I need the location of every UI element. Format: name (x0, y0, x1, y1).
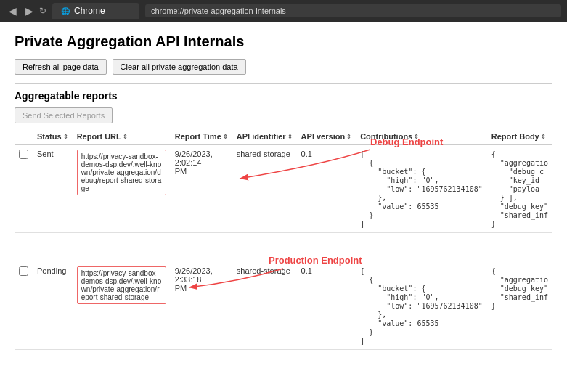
contributions-sort-icon[interactable]: ⇕ (414, 134, 419, 140)
col-report-url[interactable]: Report URL ⇕ (73, 129, 171, 144)
row1-report-body: { "aggregatio "debug_c "key_id "payloa }… (487, 144, 552, 233)
tab-title: Chrome (74, 6, 105, 16)
section-title: Aggregatable reports (15, 90, 552, 102)
row1-contributions: [ { "bucket": { "high": "0", "low": "169… (356, 144, 487, 233)
row2-status: Pending (33, 262, 73, 350)
row1-api-version: 0.1 (297, 144, 356, 233)
col-checkbox (15, 129, 33, 144)
tab-icon: 🌐 (61, 7, 70, 15)
row1-checkbox-cell[interactable] (15, 144, 33, 233)
row1-api-id: shared-storage (232, 144, 297, 233)
browser-refresh-button[interactable]: ↻ (39, 6, 46, 16)
forward-button[interactable]: ▶ (23, 4, 36, 18)
send-selected-button[interactable]: Send Selected Reports (15, 107, 113, 123)
reports-table-wrapper: Debug Endpoint Production Endpoint (15, 129, 552, 350)
table-header-row: Status ⇕ Report URL ⇕ Report Time (15, 129, 552, 144)
row1-status: Sent (33, 144, 73, 233)
table-row: Sent https://privacy-sandbox-demos-dsp.d… (15, 144, 552, 233)
col-contributions[interactable]: Contributions ⇕ (356, 129, 487, 144)
row1-time: 9/26/2023, 2:02:14 PM (171, 144, 232, 233)
time-sort-icon[interactable]: ⇕ (223, 134, 228, 140)
col-api-version[interactable]: API version ⇕ (297, 129, 356, 144)
refresh-page-button[interactable]: Refresh all page data (15, 59, 107, 75)
row1-checkbox[interactable] (19, 150, 28, 159)
nav-buttons[interactable]: ◀ ▶ ↻ (6, 4, 46, 18)
col-report-time[interactable]: Report Time ⇕ (171, 129, 232, 144)
row2-checkbox-cell[interactable] (15, 262, 33, 350)
api-version-sort-icon[interactable]: ⇕ (346, 134, 351, 140)
row2-time: 9/26/2023, 2:33:18 PM (171, 262, 232, 350)
row1-url-cell: https://privacy-sandbox-demos-dsp.dev/.w… (73, 144, 171, 233)
page-content: Private Aggregation API Internals Refres… (0, 22, 567, 362)
row2-api-version: 0.1 (297, 262, 356, 350)
row2-api-id: shared-storage (232, 262, 297, 350)
section-divider (15, 83, 552, 84)
col-report-body[interactable]: Report Body ⇕ (487, 129, 552, 144)
row1-url: https://privacy-sandbox-demos-dsp.dev/.w… (77, 150, 166, 195)
page-title: Private Aggregation API Internals (15, 33, 552, 50)
row2-url: https://privacy-sandbox-demos-dsp.dev/.w… (77, 266, 166, 304)
row2-contributions: [ { "bucket": { "high": "0", "low": "169… (356, 262, 487, 350)
api-id-sort-icon[interactable]: ⇕ (287, 134, 293, 140)
clear-data-button[interactable]: Clear all private aggregation data (113, 59, 246, 75)
col-status[interactable]: Status ⇕ (33, 129, 73, 144)
row2-checkbox[interactable] (19, 266, 28, 276)
row2-url-cell: https://privacy-sandbox-demos-dsp.dev/.w… (73, 262, 171, 350)
browser-tab[interactable]: 🌐 Chrome (52, 3, 139, 19)
back-button[interactable]: ◀ (6, 4, 20, 18)
col-api-id[interactable]: API identifier ⇕ (232, 129, 297, 144)
annotation-spacer-row (15, 233, 552, 262)
url-sort-icon[interactable]: ⇕ (123, 134, 128, 140)
browser-chrome: ◀ ▶ ↻ 🌐 Chrome chrome://private-aggregat… (0, 0, 567, 22)
report-body-sort-icon[interactable]: ⇕ (541, 134, 546, 140)
action-buttons: Refresh all page data Clear all private … (15, 59, 552, 75)
table-row: Pending https://privacy-sandbox-demos-ds… (15, 262, 552, 350)
status-sort-icon[interactable]: ⇕ (63, 134, 68, 140)
row2-report-body: { "aggregatio "debug_key" "shared_inf } (487, 262, 552, 350)
reports-table: Status ⇕ Report URL ⇕ Report Time (15, 129, 552, 350)
address-bar[interactable]: chrome://private-aggregation-internals (145, 4, 561, 17)
